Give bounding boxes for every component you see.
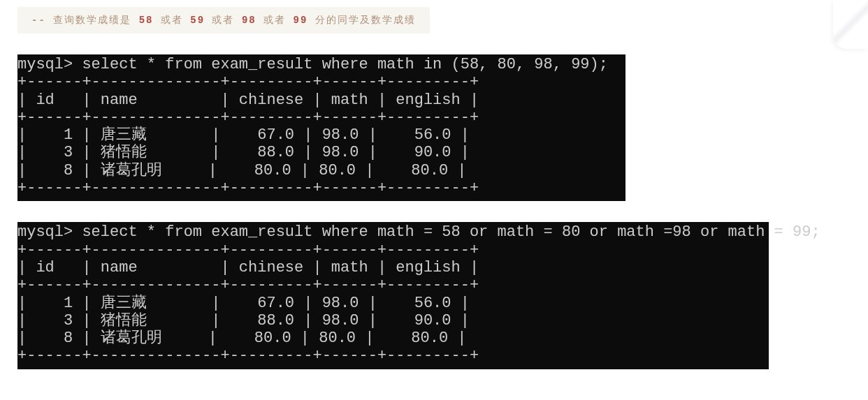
table-row: | 3 | 猪悟能 | 88.0 | 98.0 | 90.0 | <box>17 144 470 161</box>
comment-or-2: 或者 <box>212 15 234 26</box>
table-border: +------+--------------+---------+------+… <box>17 109 479 126</box>
comment-or-3: 或者 <box>263 15 286 26</box>
table-row: | 1 | 唐三藏 | 67.0 | 98.0 | 56.0 | <box>17 126 470 144</box>
table-border: +------+--------------+---------+------+… <box>17 347 479 364</box>
terminal-prompt-line: mysql> select * from exam_result where m… <box>17 223 820 241</box>
table-border: +------+--------------+---------+------+… <box>17 242 479 259</box>
table-border: +------+--------------+---------+------+… <box>17 73 479 91</box>
table-row: | 8 | 诸葛孔明 | 80.0 | 80.0 | 80.0 | <box>17 329 467 347</box>
comment-dashes: -- <box>31 15 46 26</box>
table-border: +------+--------------+---------+------+… <box>17 276 479 294</box>
table-header: | id | name | chinese | math | english | <box>17 91 479 109</box>
page-corner-decoration <box>833 0 868 49</box>
terminal-prompt-line: mysql> select * from exam_result where m… <box>17 56 608 73</box>
comment-num-1: 58 <box>139 15 154 26</box>
comment-text-suffix: 分的同学及数学成绩 <box>315 15 416 26</box>
comment-num-3: 98 <box>242 15 256 26</box>
comment-num-2: 59 <box>190 15 205 26</box>
terminal-output-2: mysql> select * from exam_result where m… <box>17 222 769 369</box>
terminal-output-1: mysql> select * from exam_result where m… <box>17 54 625 201</box>
table-row: | 8 | 诸葛孔明 | 80.0 | 80.0 | 80.0 | <box>17 162 467 179</box>
table-row: | 3 | 猪悟能 | 88.0 | 98.0 | 90.0 | <box>17 312 470 329</box>
comment-text-prefix: 查询数学成绩是 <box>53 15 131 26</box>
sql-comment-block: -- 查询数学成绩是 58 或者 59 或者 98 或者 99 分的同学及数学成… <box>17 7 430 34</box>
comment-or-1: 或者 <box>161 15 183 26</box>
table-row: | 1 | 唐三藏 | 67.0 | 98.0 | 56.0 | <box>17 295 470 312</box>
table-header: | id | name | chinese | math | english | <box>17 259 479 276</box>
table-border: +------+--------------+---------+------+… <box>17 179 479 197</box>
comment-num-4: 99 <box>294 15 308 26</box>
